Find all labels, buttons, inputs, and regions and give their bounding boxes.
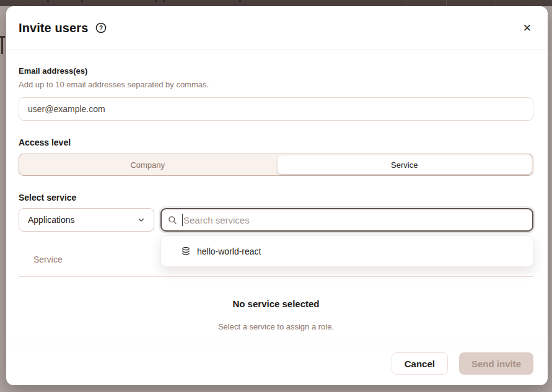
service-picker-row: Applications xyxy=(19,208,533,232)
background-page-remnant xyxy=(0,36,5,56)
top-nav-divider xyxy=(446,0,447,6)
service-search-field[interactable] xyxy=(183,215,526,225)
invite-users-dialog: Invite users ? ✕ Email address(es) Add u… xyxy=(6,6,548,385)
email-label: Email address(es) xyxy=(19,66,533,76)
select-service-label: Select service xyxy=(19,193,533,203)
background-text-remnant xyxy=(81,0,83,2)
background-text-remnant xyxy=(239,0,241,2)
dialog-body: Email address(es) Add up to 10 email add… xyxy=(6,50,548,331)
service-search-input[interactable] xyxy=(160,208,533,232)
layers-icon xyxy=(181,246,191,256)
close-icon[interactable]: ✕ xyxy=(520,20,534,36)
help-icon[interactable]: ? xyxy=(95,22,107,33)
access-level-label: Access level xyxy=(19,137,533,147)
dim-backdrop: Invite users ? ✕ Email address(es) Add u… xyxy=(0,0,552,392)
email-field[interactable] xyxy=(19,97,533,121)
top-nav-divider xyxy=(406,0,406,6)
text-cursor xyxy=(182,214,183,226)
empty-state-subtitle: Select a service to assign a role. xyxy=(19,322,533,331)
email-helper-text: Add up to 10 email addresses separated b… xyxy=(19,80,533,89)
empty-state: No service selected Select a service to … xyxy=(19,298,533,331)
search-results-dropdown: hello-world-react xyxy=(160,235,533,267)
empty-state-title: No service selected xyxy=(19,298,533,309)
cancel-button[interactable]: Cancel xyxy=(392,352,448,375)
access-level-toggle: Company Service xyxy=(19,154,533,176)
background-top-nav xyxy=(0,0,552,6)
top-nav-divider xyxy=(496,0,496,6)
background-text-remnant xyxy=(163,0,165,2)
service-search-area: hello-world-react xyxy=(160,208,533,232)
service-type-value: Applications xyxy=(28,215,75,225)
background-text-remnant xyxy=(155,0,157,2)
dialog-footer: Cancel Send invite xyxy=(6,344,548,385)
svg-text:?: ? xyxy=(99,25,103,32)
background-text-remnant xyxy=(47,0,49,2)
search-icon xyxy=(168,216,177,225)
table-divider xyxy=(19,276,533,277)
send-invite-button[interactable]: Send invite xyxy=(459,352,533,375)
dialog-title: Invite users xyxy=(19,21,88,35)
service-result-item[interactable]: hello-world-react xyxy=(161,236,533,266)
dialog-header: Invite users ? ✕ xyxy=(6,6,548,50)
service-result-name: hello-world-react xyxy=(197,246,261,256)
service-type-dropdown[interactable]: Applications xyxy=(19,208,154,232)
chevron-down-icon xyxy=(137,216,146,224)
access-option-company[interactable]: Company xyxy=(19,154,276,175)
access-option-service[interactable]: Service xyxy=(278,155,532,174)
